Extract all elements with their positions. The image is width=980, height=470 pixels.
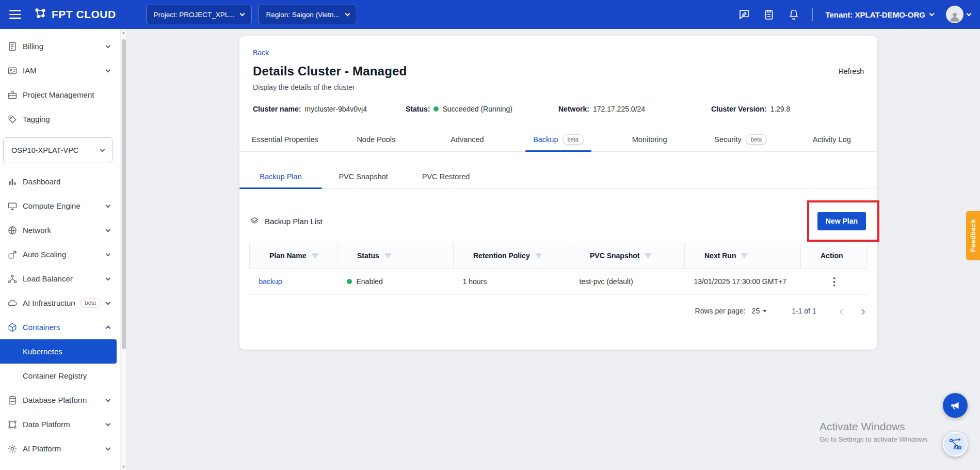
tab-backup[interactable]: Backup beta bbox=[513, 128, 604, 151]
back-link[interactable]: Back bbox=[253, 49, 269, 57]
sidebar-item-billing[interactable]: Billing bbox=[0, 34, 120, 58]
subtab-pvc-snapshot[interactable]: PVC Snapshot bbox=[322, 164, 405, 189]
filter-icon[interactable] bbox=[741, 252, 748, 260]
network-value: 172.17.225.0/24 bbox=[593, 105, 645, 113]
sidebar-item-compute-engine[interactable]: Compute Engine bbox=[0, 194, 120, 218]
beta-badge: beta bbox=[746, 134, 767, 144]
tenant-selector[interactable]: Tenant: XPLAT-DEMO-ORG bbox=[825, 10, 934, 19]
sidebar-scrollbar[interactable]: ▲ ▼ bbox=[120, 29, 126, 470]
sidebar-item-label: Kubernetes bbox=[23, 347, 62, 356]
column-header-pvc-snapshot[interactable]: PVC Snapshot bbox=[570, 243, 685, 269]
chevron-down-icon bbox=[106, 251, 111, 256]
hamburger-menu-icon[interactable] bbox=[9, 10, 21, 19]
filter-icon[interactable] bbox=[384, 252, 392, 260]
sidebar-item-label: Compute Engine bbox=[23, 201, 101, 210]
project-selector[interactable]: Project: PROJECT_XPL... bbox=[146, 5, 252, 24]
rows-per-page-select[interactable]: 25 bbox=[752, 307, 767, 315]
header-label: Next Run bbox=[704, 252, 736, 260]
page-title: Details Cluster - Managed bbox=[253, 64, 407, 79]
tenant-label: Tenant: XPLAT-DEMO-ORG bbox=[825, 10, 925, 19]
user-menu[interactable] bbox=[946, 6, 971, 23]
sidebar-item-auto-scaling[interactable]: Auto Scaling bbox=[0, 242, 120, 267]
sidebar-item-ai-infrastructure[interactable]: AI Infrastructure beta bbox=[0, 291, 120, 315]
header-label: Plan Name bbox=[269, 252, 307, 260]
feedback-tab[interactable]: Feedback bbox=[966, 211, 980, 260]
sidebar-item-iam[interactable]: IAM bbox=[0, 58, 120, 83]
filter-icon[interactable] bbox=[535, 252, 542, 260]
project-selector-label: Project: PROJECT_XPL... bbox=[154, 11, 235, 19]
plan-name-link[interactable]: backup bbox=[259, 277, 282, 286]
scrollbar-thumb[interactable] bbox=[122, 39, 126, 349]
rows-per-page-label: Rows per page: bbox=[695, 307, 746, 315]
row-actions-kebab-icon[interactable]: ⋮ bbox=[829, 276, 840, 287]
ai-platform-icon bbox=[7, 444, 18, 454]
project-management-icon bbox=[7, 90, 18, 100]
sidebar-item-kubernetes[interactable]: Kubernetes bbox=[0, 339, 117, 364]
subtab-pvc-restored[interactable]: PVC Restored bbox=[405, 164, 487, 189]
sidebar-item-dashboard[interactable]: Dashboard bbox=[0, 169, 120, 194]
ai-assistant-button[interactable]: AI bbox=[943, 432, 968, 457]
ai-infrastructure-icon bbox=[7, 298, 18, 308]
previous-page-icon[interactable]: ‹ bbox=[837, 304, 846, 318]
tab-node-pools[interactable]: Node Pools bbox=[331, 128, 422, 151]
sidebar-item-project-management[interactable]: Project Management bbox=[0, 83, 120, 107]
scroll-down-icon[interactable]: ▼ bbox=[121, 463, 126, 470]
region-selector-label: Region: Saigon (Vietn... bbox=[266, 11, 339, 19]
subtab-label: PVC Restored bbox=[422, 173, 470, 181]
subtab-label: Backup Plan bbox=[260, 173, 301, 181]
tab-essential-properties[interactable]: Essential Properties bbox=[239, 128, 331, 151]
tab-label: Activity Log bbox=[813, 135, 851, 144]
notifications-bell-icon[interactable] bbox=[788, 8, 800, 21]
sidebar-item-data-platform[interactable]: Data Platform bbox=[0, 412, 120, 436]
chevron-down-icon bbox=[967, 11, 972, 17]
announcement-button[interactable] bbox=[943, 393, 968, 418]
filter-icon[interactable] bbox=[644, 252, 652, 260]
chevron-down-icon bbox=[106, 397, 111, 402]
page-subtitle: Display the details of the cluster bbox=[253, 83, 864, 91]
region-selector[interactable]: Region: Saigon (Vietn... bbox=[258, 5, 357, 24]
column-header-plan-name[interactable]: Plan Name bbox=[250, 243, 338, 269]
sidebar-item-label: Load Balancer bbox=[23, 274, 101, 283]
tab-label: Essential Properties bbox=[252, 135, 318, 144]
sidebar-item-network[interactable]: Network bbox=[0, 218, 120, 242]
column-header-status[interactable]: Status bbox=[338, 243, 454, 269]
pagination: Rows per page: 25 1-1 of 1 ‹ › bbox=[249, 304, 867, 318]
sidebar-item-load-balancer[interactable]: Load Balancer bbox=[0, 267, 120, 291]
tab-monitoring[interactable]: Monitoring bbox=[604, 128, 695, 151]
fpt-cloud-logo[interactable]: FPT CLOUD bbox=[34, 7, 116, 23]
scroll-up-icon[interactable]: ▲ bbox=[121, 29, 126, 36]
vpc-selector[interactable]: OSP10-XPLAT-VPC bbox=[3, 137, 113, 163]
status-dot-icon bbox=[347, 279, 352, 284]
version-label: Cluster Version: bbox=[711, 105, 766, 113]
column-header-retention-policy[interactable]: Retention Policy bbox=[454, 243, 570, 269]
sidebar-item-database-platform[interactable]: Database Platform bbox=[0, 388, 120, 412]
table-header-row: Plan Name Status Retention Policy PVC Sn… bbox=[250, 243, 868, 269]
sidebar-item-ai-platform[interactable]: AI Platform bbox=[0, 436, 120, 461]
tab-security[interactable]: Security beta bbox=[695, 128, 786, 151]
backup-subtabs: Backup Plan PVC Snapshot PVC Restored bbox=[239, 164, 877, 189]
section-title-text: Backup Plan List bbox=[265, 217, 323, 226]
cluster-info-row: Cluster name: mycluster-9b4v0vj4 Status:… bbox=[253, 105, 864, 113]
dashboard-icon bbox=[7, 177, 18, 187]
sidebar-item-tagging[interactable]: Tagging bbox=[0, 107, 120, 131]
pagination-range: 1-1 of 1 bbox=[792, 307, 816, 315]
subtab-backup-plan[interactable]: Backup Plan bbox=[239, 164, 322, 189]
next-page-icon[interactable]: › bbox=[859, 304, 867, 318]
details-cluster-card: Back Details Cluster - Managed Refresh D… bbox=[239, 36, 877, 350]
sidebar-item-containers[interactable]: Containers bbox=[0, 315, 120, 339]
tab-advanced[interactable]: Advanced bbox=[422, 128, 513, 151]
new-plan-button[interactable]: New Plan bbox=[817, 212, 866, 230]
support-chat-icon[interactable] bbox=[738, 8, 750, 21]
tab-activity-log[interactable]: Activity Log bbox=[786, 128, 877, 151]
header-label: Retention Policy bbox=[473, 252, 530, 260]
sidebar-item-label: Auto Scaling bbox=[23, 250, 101, 259]
chevron-down-icon bbox=[106, 202, 111, 208]
sidebar-item-container-registry[interactable]: Container Registry bbox=[0, 364, 120, 388]
main-content: Back Details Cluster - Managed Refresh D… bbox=[126, 29, 980, 470]
filter-icon[interactable] bbox=[311, 252, 319, 260]
tab-label: Advanced bbox=[451, 135, 484, 144]
column-header-next-run[interactable]: Next Run bbox=[685, 243, 801, 269]
sidebar-item-label: Containers bbox=[23, 323, 101, 332]
clipboard-icon[interactable] bbox=[763, 8, 775, 21]
refresh-button[interactable]: Refresh bbox=[839, 67, 864, 75]
